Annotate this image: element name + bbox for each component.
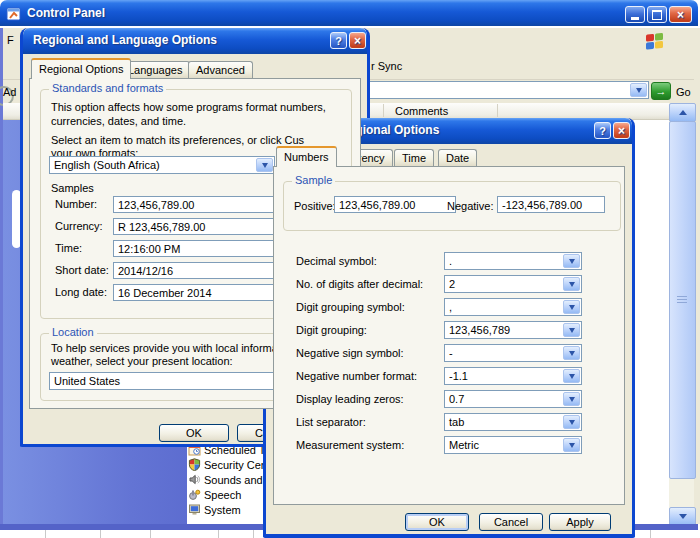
scrollbar-thumb[interactable]: [669, 121, 696, 479]
select-item-text-line1: Select an item to match its preferences,…: [51, 134, 304, 146]
grid-line: [100, 530, 101, 538]
group-label: Standards and formats: [49, 82, 166, 94]
dropdown-button[interactable]: [563, 277, 580, 291]
scroll-up-button[interactable]: [669, 103, 696, 122]
dropdown-button[interactable]: [563, 254, 580, 268]
list-item[interactable]: Sounds and A: [188, 472, 273, 487]
close-button[interactable]: ×: [669, 6, 692, 23]
sample-row-label: Currency:: [55, 220, 103, 232]
go-button[interactable]: →: [651, 82, 671, 100]
help-button[interactable]: ?: [330, 32, 347, 49]
field-label: List separator:: [296, 416, 366, 428]
field-label: Display leading zeros:: [296, 393, 404, 405]
sample-row-label: Time:: [55, 242, 82, 254]
tab-regional-options[interactable]: Regional Options: [31, 58, 131, 79]
column-separator[interactable]: [383, 104, 384, 117]
sample-row-label: Number:: [55, 198, 97, 210]
address-dropdown-button[interactable]: [630, 83, 647, 97]
dropdown-button[interactable]: [563, 300, 580, 314]
dropdown-button[interactable]: [563, 415, 580, 429]
positive-sample-field[interactable]: 123,456,789.00: [334, 196, 456, 213]
control-panel-titlebar: Control Panel ×: [0, 0, 698, 26]
field-label: Negative sign symbol:: [296, 347, 404, 359]
chevron-down-icon: [679, 514, 687, 519]
field-value: tab: [445, 414, 562, 430]
group-label: Location: [49, 326, 97, 338]
field-value: ,: [445, 299, 562, 315]
cancel-button[interactable]: Cancel: [479, 513, 543, 531]
list-item-label: Security Cent: [204, 459, 270, 471]
regional-dialog-titlebar: Regional and Language Options ? ×: [23, 28, 367, 54]
sample-row-label: Long date:: [55, 286, 107, 298]
tab-numbers[interactable]: Numbers: [276, 146, 337, 167]
field-value: -: [445, 345, 562, 361]
go-arrow-icon: →: [656, 85, 667, 97]
dropdown-button[interactable]: [563, 346, 580, 360]
chevron-down-icon: [569, 374, 575, 379]
digit-grouping-combo[interactable]: 123,456,789: [444, 321, 582, 339]
system-icon: [188, 503, 201, 516]
go-label[interactable]: Go: [676, 86, 691, 98]
digits-after-decimal-combo[interactable]: 2: [444, 275, 582, 293]
menu-file-fragment[interactable]: F: [7, 34, 14, 46]
chevron-down-icon: [569, 328, 575, 333]
samples-label: Samples: [51, 182, 94, 194]
grid-line: [150, 530, 151, 538]
chevron-down-icon: [636, 88, 642, 93]
windows-flag-icon: [643, 30, 665, 50]
close-icon: ×: [354, 34, 361, 48]
list-item[interactable]: Security Cent: [188, 457, 270, 472]
minimize-button[interactable]: [625, 6, 645, 23]
ok-button[interactable]: OK: [159, 424, 229, 442]
location-description-line1: To help services provide you with local …: [51, 342, 299, 354]
vertical-scrollbar[interactable]: [669, 103, 694, 524]
dropdown-button[interactable]: [563, 323, 580, 337]
dropdown-button[interactable]: [563, 392, 580, 406]
field-label: Digit grouping symbol:: [296, 301, 405, 313]
ok-button[interactable]: OK: [405, 513, 469, 531]
list-item[interactable]: Speech: [188, 487, 241, 502]
language-value: English (South Africa): [50, 157, 255, 173]
language-dropdown-button[interactable]: [256, 158, 273, 172]
grid-line: [253, 530, 254, 538]
column-separator[interactable]: [497, 104, 498, 117]
screen: Control Panel × F r Sync Ad: [0, 0, 700, 538]
sample-group: Sample Positive: 123,456,789.00 Negative…: [283, 181, 621, 231]
negative-number-format-combo[interactable]: -1.1: [444, 367, 582, 385]
measurement-system-combo[interactable]: Metric: [444, 436, 582, 454]
maximize-icon: [652, 10, 662, 20]
list-separator-combo[interactable]: tab: [444, 413, 582, 431]
location-description-line2: weather, select your present location:: [51, 355, 233, 367]
field-value: -1.1: [445, 368, 562, 384]
negative-sample-field[interactable]: -123,456,789.00: [497, 196, 605, 213]
field-value: 2: [445, 276, 562, 292]
chevron-down-icon: [569, 351, 575, 356]
language-combo[interactable]: English (South Africa): [49, 156, 275, 174]
grid-line: [650, 530, 651, 538]
dropdown-button[interactable]: [563, 369, 580, 383]
help-button[interactable]: ?: [594, 122, 611, 139]
list-item[interactable]: System: [188, 502, 241, 517]
toolbar-sync-fragment[interactable]: r Sync: [371, 60, 402, 72]
numbers-tab-page: Sample Positive: 123,456,789.00 Negative…: [273, 166, 625, 505]
grid-line: [45, 530, 46, 538]
chevron-down-icon: [569, 397, 575, 402]
apply-button[interactable]: Apply: [549, 513, 611, 531]
close-button[interactable]: ×: [613, 122, 630, 139]
dropdown-button[interactable]: [563, 438, 580, 452]
tab-date[interactable]: Date: [438, 149, 477, 166]
decimal-symbol-combo[interactable]: .: [444, 252, 582, 270]
field-label: Measurement system:: [296, 439, 404, 451]
close-button[interactable]: ×: [349, 32, 366, 49]
tab-time[interactable]: Time: [394, 149, 434, 166]
display-leading-zeros-combo[interactable]: 0.7: [444, 390, 582, 408]
tab-advanced[interactable]: Advanced: [188, 61, 253, 78]
column-header-comments[interactable]: Comments: [395, 105, 448, 117]
digit-grouping-symbol-combo[interactable]: ,: [444, 298, 582, 316]
address-label-fragment: Ad: [3, 86, 16, 98]
close-icon: ×: [618, 124, 625, 138]
maximize-button[interactable]: [647, 6, 667, 23]
negative-sign-symbol-combo[interactable]: -: [444, 344, 582, 362]
window-title: Control Panel: [27, 6, 105, 20]
dialog-title: Regional and Language Options: [33, 33, 217, 47]
